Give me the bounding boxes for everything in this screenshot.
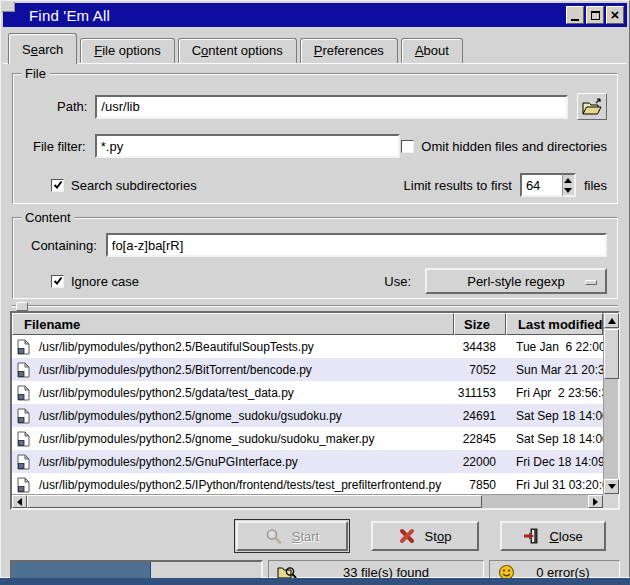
scroll-down-icon <box>608 484 616 489</box>
column-header-last-modified[interactable]: Last modified <box>506 313 603 335</box>
horizontal-scrollbar-thumb[interactable] <box>27 495 482 508</box>
scroll-left-button[interactable] <box>12 495 27 508</box>
file-icon <box>17 408 30 424</box>
scroll-up-icon <box>608 318 616 324</box>
path-label: Path: <box>57 99 87 114</box>
spin-down-button[interactable] <box>563 185 574 195</box>
file-filter-input[interactable] <box>95 134 400 158</box>
spin-up-button[interactable] <box>563 175 574 185</box>
vertical-scrollbar[interactable] <box>603 313 618 494</box>
search-subdirs-checkbox[interactable]: Search subdirectories <box>51 178 197 193</box>
splitter-handle-icon <box>16 302 28 311</box>
result-row[interactable]: /usr/lib/pymodules/python2.5/gnome_sudok… <box>12 404 603 427</box>
search-subdirs-checkbox-box <box>51 179 64 192</box>
file-icon <box>17 339 30 355</box>
window-find-em-all: Find 'Em All × SearchFile optionsContent… <box>0 0 630 578</box>
result-row[interactable]: /usr/lib/pymodules/python2.5/BeautifulSo… <box>12 335 603 358</box>
path-input[interactable] <box>95 95 568 119</box>
content-frame-legend: Content <box>21 210 75 225</box>
omit-hidden-label: Omit hidden files and directories <box>421 139 607 154</box>
file-frame-legend: File <box>21 66 50 81</box>
tab-preferences[interactable]: Preferences <box>300 38 398 63</box>
start-button[interactable]: Start <box>236 521 348 551</box>
containing-label: Containing: <box>31 238 97 253</box>
option-menu-indicator-icon <box>585 280 597 285</box>
column-header-filename[interactable]: Filename <box>12 313 454 335</box>
start-button-frame: Start <box>234 519 350 553</box>
minimize-icon <box>571 19 579 21</box>
application: Find 'Em All × SearchFile optionsContent… <box>0 0 630 585</box>
result-row[interactable]: /usr/lib/pymodules/python2.5/GnuPGInterf… <box>12 450 603 473</box>
stop-button[interactable]: Stop <box>371 521 479 551</box>
ignore-case-checkbox[interactable]: Ignore case <box>51 274 139 289</box>
file-icon <box>17 362 30 378</box>
browse-path-button[interactable] <box>577 93 607 120</box>
horizontal-scrollbar[interactable] <box>12 494 603 508</box>
limit-results-label: Limit results to first <box>404 178 512 193</box>
magnifier-icon <box>265 528 282 545</box>
results-list: Filename Size Last modified /usr/lib/pym… <box>10 311 620 510</box>
minimize-button[interactable] <box>566 6 584 24</box>
window-corner-grip <box>2 2 15 12</box>
tab-about[interactable]: About <box>401 38 463 63</box>
maximize-icon <box>591 11 600 20</box>
scroll-down-button[interactable] <box>604 479 619 494</box>
omit-hidden-checkbox-box <box>401 140 414 153</box>
scrollbar-corner <box>603 494 618 508</box>
result-row[interactable]: /usr/lib/pymodules/python2.5/gnome_sudok… <box>12 427 603 450</box>
vertical-scrollbar-thumb[interactable] <box>604 329 619 379</box>
search-subdirs-label: Search subdirectories <box>71 178 197 193</box>
maximize-button[interactable] <box>586 6 604 24</box>
containing-input[interactable] <box>106 233 607 257</box>
file-icon <box>17 454 30 470</box>
use-label: Use: <box>384 274 411 289</box>
scroll-right-button[interactable] <box>588 495 603 508</box>
tab-search[interactable]: Search <box>8 33 77 64</box>
limit-results-spinner <box>520 173 576 197</box>
file-frame: File Path: File filter: <box>12 73 618 204</box>
exit-door-icon <box>523 528 539 544</box>
result-row[interactable]: /usr/lib/pymodules/python2.5/BitTorrent/… <box>12 358 603 381</box>
files-suffix-label: files <box>584 178 607 193</box>
regexp-type-dropdown[interactable]: Perl-style regexp <box>425 268 607 294</box>
content-frame: Content Containing: Ignore case Use: <box>12 217 618 299</box>
ignore-case-label: Ignore case <box>71 274 139 289</box>
file-filter-label: File filter: <box>33 139 86 154</box>
window-title: Find 'Em All <box>29 7 110 24</box>
result-row[interactable]: /usr/lib/pymodules/python2.5/IPython/fro… <box>12 473 603 494</box>
file-icon <box>17 477 30 493</box>
scroll-up-button[interactable] <box>604 313 619 328</box>
tab-content-options[interactable]: Content options <box>178 38 297 63</box>
omit-hidden-checkbox[interactable]: Omit hidden files and directories <box>401 139 607 154</box>
file-icon <box>17 431 30 447</box>
tab-file-options[interactable]: File options <box>80 38 175 63</box>
desktop-backdrop <box>0 578 630 585</box>
spin-down-icon <box>564 188 572 193</box>
search-page: File Path: File filter: <box>3 63 627 584</box>
titlebar[interactable]: Find 'Em All × <box>3 3 627 27</box>
close-button[interactable]: Close <box>500 521 606 551</box>
limit-results-input[interactable] <box>520 173 562 197</box>
results-rows: /usr/lib/pymodules/python2.5/BeautifulSo… <box>12 335 603 494</box>
result-row[interactable]: /usr/lib/pymodules/python2.5/gdata/test_… <box>12 381 603 404</box>
open-folder-icon <box>581 98 603 116</box>
close-icon: × <box>611 8 620 22</box>
ignore-case-checkbox-box <box>51 275 64 288</box>
pane-splitter[interactable] <box>12 302 618 311</box>
regexp-type-value: Perl-style regexp <box>467 274 565 289</box>
red-x-icon <box>399 528 415 544</box>
scroll-right-icon <box>593 498 598 506</box>
close-window-button[interactable]: × <box>606 6 624 24</box>
tab-bar: SearchFile optionsContent optionsPrefere… <box>3 27 627 63</box>
scroll-left-icon <box>17 498 22 506</box>
column-header-size[interactable]: Size <box>454 313 506 335</box>
results-header: Filename Size Last modified <box>12 313 603 335</box>
action-buttons: Start Stop <box>10 510 620 553</box>
spin-up-icon <box>564 178 572 183</box>
file-icon <box>17 385 30 401</box>
